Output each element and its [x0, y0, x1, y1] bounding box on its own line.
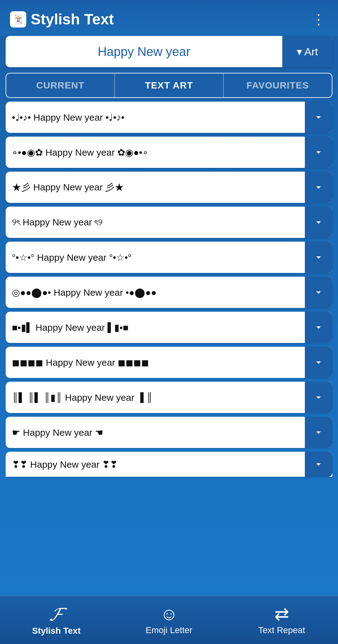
list-item: ∘•●◉✿ Happy New year ✿◉●•∘ — [6, 137, 332, 168]
search-input[interactable] — [6, 36, 282, 67]
nav-item-text-repeat[interactable]: ⇄ Text Repeat — [225, 605, 338, 635]
art-item-text: °•☆•° Happy New year °•☆•° — [6, 252, 305, 263]
header-left: 🃏 Stylish Text — [10, 11, 114, 28]
art-button-label: ▾ Art — [297, 45, 318, 58]
list-item: ୨ৎ Happy New year ৎ୨ — [6, 207, 332, 238]
list-item: ★彡 Happy New year 彡★ — [6, 172, 332, 203]
art-item-text: •♩•♪• Happy New year •♩•♪• — [6, 112, 305, 123]
art-item-text: ❣❣ Happy New year ❣❣ — [6, 459, 305, 470]
tabs-bar: CURRENT TEXT ART FAVOURITES — [6, 73, 332, 98]
expand-button[interactable] — [305, 417, 332, 448]
art-item-text: ୨ৎ Happy New year ৎ୨ — [6, 217, 305, 228]
art-item-text: ★彡 Happy New year 彡★ — [6, 181, 305, 194]
list-item: °•☆•° Happy New year °•☆•° — [6, 242, 332, 273]
expand-button[interactable] — [305, 172, 332, 203]
emoji-letter-icon: ☺ — [160, 605, 178, 623]
nav-label-emoji-letter: Emoji Letter — [146, 625, 192, 635]
nav-item-emoji-letter[interactable]: ☺ Emoji Letter — [113, 605, 225, 635]
art-button[interactable]: ▾ Art — [282, 36, 332, 67]
bottom-nav: 𝓕 Stylish Text ☺ Emoji Letter ⇄ Text Rep… — [0, 596, 338, 644]
expand-button[interactable] — [305, 452, 332, 477]
expand-button[interactable] — [305, 102, 332, 133]
search-bar: ▾ Art — [6, 36, 332, 67]
app-title: Stylish Text — [31, 11, 114, 28]
list-item: •♩•♪• Happy New year •♩•♪• — [6, 102, 332, 133]
list-item: ◼◼◼◼ Happy New year ◼◼◼◼ — [6, 347, 332, 378]
expand-button[interactable] — [305, 242, 332, 273]
nav-label-text-repeat: Text Repeat — [258, 625, 305, 635]
art-item-text: ■▪▮▌ Happy New year ▌▮▪■ — [6, 322, 305, 333]
list-item: ■▪▮▌ Happy New year ▌▮▪■ — [6, 312, 332, 343]
tab-text-art[interactable]: TEXT ART — [115, 73, 223, 97]
expand-button[interactable] — [305, 207, 332, 238]
app-header: 🃏 Stylish Text ⋮ — [0, 0, 338, 36]
tab-current[interactable]: CURRENT — [6, 73, 115, 97]
art-list: •♩•♪• Happy New year •♩•♪• ∘•●◉✿ Happy N… — [0, 102, 338, 527]
art-item-text: ◎●●⬤●• Happy New year •●⬤●● — [6, 287, 305, 298]
tab-favourites[interactable]: FAVOURITES — [224, 73, 332, 97]
expand-button[interactable] — [305, 347, 332, 378]
list-item: ◎●●⬤●• Happy New year •●⬤●● — [6, 277, 332, 308]
list-item: ║▌ ║▌ ║▮║ Happy New year ▐ ║ — [6, 382, 332, 413]
stylish-text-icon: 𝓕 — [49, 605, 63, 623]
nav-label-stylish-text: Stylish Text — [32, 626, 80, 636]
art-item-text: ☛ Happy New year ☚ — [6, 427, 305, 438]
expand-button[interactable] — [305, 137, 332, 168]
art-item-text: ◼◼◼◼ Happy New year ◼◼◼◼ — [6, 357, 305, 368]
expand-button[interactable] — [305, 382, 332, 413]
nav-item-stylish-text[interactable]: 𝓕 Stylish Text — [0, 605, 113, 636]
text-repeat-icon: ⇄ — [274, 605, 289, 623]
expand-button[interactable] — [305, 312, 332, 343]
list-item: ☛ Happy New year ☚ — [6, 417, 332, 448]
menu-icon[interactable]: ⋮ — [309, 9, 328, 30]
art-item-text: ∘•●◉✿ Happy New year ✿◉●•∘ — [6, 147, 305, 158]
expand-button[interactable] — [305, 277, 332, 308]
list-item-partial: ❣❣ Happy New year ❣❣ — [6, 452, 332, 477]
app-icon: 🃏 — [10, 11, 26, 28]
art-item-text: ║▌ ║▌ ║▮║ Happy New year ▐ ║ — [6, 392, 305, 403]
